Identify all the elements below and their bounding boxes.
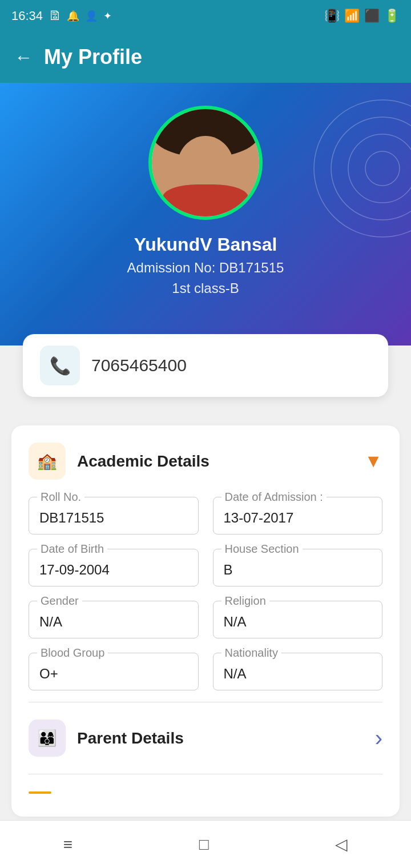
- value-house-section: B: [224, 562, 372, 578]
- label-blood-group: Blood Group: [37, 646, 108, 660]
- phone-card: 📞 7065465400: [23, 334, 388, 397]
- main-content: 🏫 Academic Details ▼ Roll No. DB171515 D…: [0, 408, 411, 828]
- svg-point-2: [348, 134, 411, 203]
- more-indicators: [29, 786, 382, 799]
- status-time: 16:34: [11, 9, 43, 23]
- value-date-birth: 17-09-2004: [39, 562, 188, 578]
- avatar: [148, 106, 263, 220]
- phone-number: 7065465400: [91, 356, 187, 375]
- svg-point-3: [365, 151, 400, 186]
- sim-icon: 🖺: [49, 9, 61, 23]
- decorative-circles: [240, 83, 411, 311]
- back-nav-icon[interactable]: ◁: [335, 835, 348, 854]
- status-bar-left: 16:34 🖺 🔔 👤 ✦: [11, 9, 112, 23]
- field-date-admission: Date of Admission : 13-07-2017: [213, 497, 383, 535]
- field-date-birth: Date of Birth 17-09-2004: [29, 549, 199, 586]
- value-gender: N/A: [39, 614, 188, 630]
- home-icon[interactable]: □: [199, 835, 209, 854]
- academic-icon-box: 🏫: [29, 443, 66, 480]
- profile-image: [152, 109, 259, 216]
- label-religion: Religion: [221, 594, 269, 608]
- academic-header-left: 🏫 Academic Details: [29, 443, 209, 480]
- profile-header: YukundV Bansal Admission No: DB171515 1s…: [0, 83, 411, 357]
- top-bar: ← My Profile: [0, 31, 411, 83]
- status-bar: 16:34 🖺 🔔 👤 ✦ 📳 📶 ⬛ 🔋: [0, 0, 411, 31]
- notification-icon: 🔔: [67, 10, 79, 22]
- parent-section[interactable]: 👨‍👩‍👦 Parent Details ›: [29, 714, 382, 762]
- value-religion: N/A: [224, 614, 372, 630]
- phone-icon-box: 📞: [40, 345, 80, 385]
- avatar-icon: 👤: [85, 10, 98, 22]
- page-title: My Profile: [44, 45, 142, 69]
- phone-icon: 📞: [50, 356, 71, 376]
- parent-divider: [29, 774, 382, 774]
- field-blood-group: Blood Group O+: [29, 653, 199, 690]
- academic-section-title: Academic Details: [77, 452, 209, 471]
- value-roll-no: DB171515: [39, 510, 188, 526]
- parent-icon: 👨‍👩‍👦: [37, 729, 57, 748]
- field-house-section: House Section B: [213, 549, 383, 586]
- label-date-birth: Date of Birth: [37, 542, 107, 556]
- svg-point-1: [331, 117, 411, 220]
- battery-icon: 🔋: [384, 9, 400, 23]
- parent-section-title: Parent Details: [77, 729, 184, 748]
- label-house-section: House Section: [221, 542, 303, 556]
- profile-name: YukundV Bansal: [134, 234, 277, 255]
- bottom-nav: ≡ □ ◁: [0, 820, 411, 868]
- parent-chevron-icon[interactable]: ›: [375, 725, 382, 751]
- parent-header-left: 👨‍👩‍👦 Parent Details: [29, 720, 184, 757]
- vibrate-icon: 📳: [324, 9, 340, 23]
- wifi-icon: 📶: [344, 9, 360, 23]
- svg-point-0: [314, 100, 411, 237]
- profile-class: 1st class-B: [172, 280, 239, 296]
- parent-icon-box: 👨‍👩‍👦: [29, 720, 66, 757]
- label-roll-no: Roll No.: [37, 491, 84, 504]
- field-nationality: Nationality N/A: [213, 653, 383, 690]
- label-date-admission: Date of Admission :: [221, 491, 327, 504]
- field-gender: Gender N/A: [29, 601, 199, 638]
- section-divider: [29, 702, 382, 702]
- academic-fields-grid: Roll No. DB171515 Date of Admission : 13…: [29, 497, 382, 690]
- field-religion: Religion N/A: [213, 601, 383, 638]
- academic-icon: 🏫: [37, 452, 57, 471]
- label-gender: Gender: [37, 594, 82, 608]
- menu-icon[interactable]: ≡: [63, 835, 72, 854]
- value-nationality: N/A: [224, 666, 372, 682]
- screen-icon: ⬛: [364, 9, 380, 23]
- status-bar-right: 📳 📶 ⬛ 🔋: [324, 9, 400, 23]
- back-button[interactable]: ←: [14, 47, 33, 68]
- field-roll-no: Roll No. DB171515: [29, 497, 199, 535]
- bluetooth-icon: ✦: [103, 10, 112, 22]
- academic-section-header[interactable]: 🏫 Academic Details ▼: [29, 443, 382, 480]
- details-card: 🏫 Academic Details ▼ Roll No. DB171515 D…: [11, 425, 400, 817]
- value-date-admission: 13-07-2017: [224, 510, 372, 526]
- value-blood-group: O+: [39, 666, 188, 682]
- profile-admission: Admission No: DB171515: [127, 260, 284, 276]
- label-nationality: Nationality: [221, 646, 281, 660]
- academic-chevron-icon[interactable]: ▼: [364, 451, 382, 472]
